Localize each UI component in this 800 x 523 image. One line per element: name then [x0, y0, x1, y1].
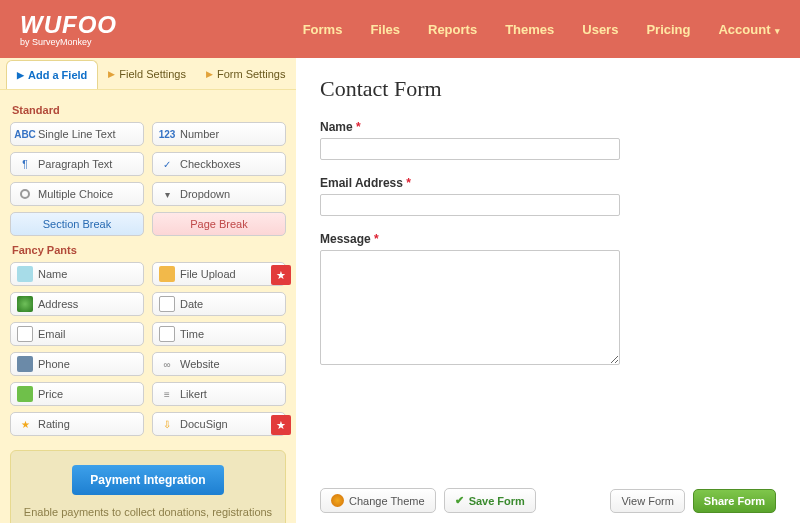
price-icon: [17, 386, 33, 402]
field-single-line-text[interactable]: ABCSingle Line Text: [10, 122, 144, 146]
field-price[interactable]: Price: [10, 382, 144, 406]
logo-text: WUFOO: [20, 11, 117, 38]
field-email[interactable]: Email: [10, 322, 144, 346]
form-canvas: Contact Form Name * Email Address * Mess…: [296, 58, 800, 523]
share-form-button[interactable]: Share Form: [693, 489, 776, 513]
field-multiple-choice[interactable]: Multiple Choice: [10, 182, 144, 206]
logo-subtext: by SurveyMonkey: [20, 37, 117, 47]
field-section-break[interactable]: Section Break: [10, 212, 144, 236]
text-icon: ABC: [17, 126, 33, 142]
tab-field-settings[interactable]: ▶Field Settings: [98, 58, 196, 89]
nav-users[interactable]: Users: [582, 22, 618, 37]
logo: WUFOO by SurveyMonkey: [20, 11, 117, 47]
field-paragraph-text[interactable]: ¶Paragraph Text: [10, 152, 144, 176]
paragraph-icon: ¶: [17, 156, 33, 172]
payment-description: Enable payments to collect donations, re…: [23, 505, 273, 523]
form-field-email[interactable]: Email Address *: [320, 176, 776, 216]
payment-integration-button[interactable]: Payment Integration: [72, 465, 223, 495]
nav-files[interactable]: Files: [370, 22, 400, 37]
nav-reports[interactable]: Reports: [428, 22, 477, 37]
star-icon: ★: [17, 416, 33, 432]
view-form-button[interactable]: View Form: [610, 489, 684, 513]
nav-account[interactable]: Account ▾: [718, 22, 780, 37]
checkbox-icon: ✓: [159, 156, 175, 172]
form-field-message[interactable]: Message *: [320, 232, 776, 368]
field-rating[interactable]: ★Rating: [10, 412, 144, 436]
field-page-break[interactable]: Page Break: [152, 212, 286, 236]
file-icon: [159, 266, 175, 282]
main-nav: Forms Files Reports Themes Users Pricing…: [303, 22, 780, 37]
field-likert[interactable]: ≡Likert: [152, 382, 286, 406]
number-icon: 123: [159, 126, 175, 142]
email-label: Email Address *: [320, 176, 776, 190]
tab-add-field[interactable]: ▶Add a Field: [6, 60, 98, 89]
required-asterisk: *: [406, 176, 411, 190]
field-phone[interactable]: Phone: [10, 352, 144, 376]
star-badge-icon: ★: [271, 265, 291, 285]
docusign-icon: ⇩: [159, 416, 175, 432]
phone-icon: [17, 356, 33, 372]
clock-icon: [159, 326, 175, 342]
link-icon: ∞: [159, 356, 175, 372]
nav-pricing[interactable]: Pricing: [646, 22, 690, 37]
form-title: Contact Form: [320, 76, 776, 102]
main-area: ▶Add a Field ▶Field Settings ▶Form Setti…: [0, 58, 800, 523]
triangle-icon: ▶: [17, 70, 24, 80]
likert-icon: ≡: [159, 386, 175, 402]
sidebar-tabs: ▶Add a Field ▶Field Settings ▶Form Setti…: [0, 58, 296, 89]
field-checkboxes[interactable]: ✓Checkboxes: [152, 152, 286, 176]
field-number[interactable]: 123Number: [152, 122, 286, 146]
message-textarea[interactable]: [320, 250, 620, 365]
field-address[interactable]: Address: [10, 292, 144, 316]
check-icon: ✔: [455, 494, 464, 507]
message-label: Message *: [320, 232, 776, 246]
field-dropdown[interactable]: ▾Dropdown: [152, 182, 286, 206]
nav-themes[interactable]: Themes: [505, 22, 554, 37]
globe-icon: [17, 296, 33, 312]
save-form-button[interactable]: ✔Save Form: [444, 488, 536, 513]
change-theme-button[interactable]: Change Theme: [320, 488, 436, 513]
required-asterisk: *: [374, 232, 379, 246]
tab-form-settings[interactable]: ▶Form Settings: [196, 58, 295, 89]
chevron-down-icon: ▾: [772, 26, 780, 36]
envelope-icon: [17, 326, 33, 342]
group-fancy-label: Fancy Pants: [12, 244, 286, 256]
field-docusign[interactable]: ⇩DocuSign★: [152, 412, 286, 436]
email-input[interactable]: [320, 194, 620, 216]
radio-icon: [17, 186, 33, 202]
name-label: Name *: [320, 120, 776, 134]
name-input[interactable]: [320, 138, 620, 160]
triangle-icon: ▶: [206, 69, 213, 79]
payment-integration-box: Payment Integration Enable payments to c…: [10, 450, 286, 523]
nav-forms[interactable]: Forms: [303, 22, 343, 37]
calendar-icon: [159, 296, 175, 312]
field-file-upload[interactable]: File Upload★: [152, 262, 286, 286]
name-icon: [17, 266, 33, 282]
field-date[interactable]: Date: [152, 292, 286, 316]
field-palette: Standard ABCSingle Line Text 123Number ¶…: [0, 89, 296, 436]
sidebar: ▶Add a Field ▶Field Settings ▶Form Setti…: [0, 58, 296, 523]
app-header: WUFOO by SurveyMonkey Forms Files Report…: [0, 0, 800, 58]
field-name[interactable]: Name: [10, 262, 144, 286]
form-field-name[interactable]: Name *: [320, 120, 776, 160]
star-badge-icon: ★: [271, 415, 291, 435]
required-asterisk: *: [356, 120, 361, 134]
field-website[interactable]: ∞Website: [152, 352, 286, 376]
field-time[interactable]: Time: [152, 322, 286, 346]
triangle-icon: ▶: [108, 69, 115, 79]
bottom-toolbar: Change Theme ✔Save Form View Form Share …: [320, 476, 776, 513]
palette-icon: [331, 494, 344, 507]
dropdown-icon: ▾: [159, 186, 175, 202]
group-standard-label: Standard: [12, 104, 286, 116]
